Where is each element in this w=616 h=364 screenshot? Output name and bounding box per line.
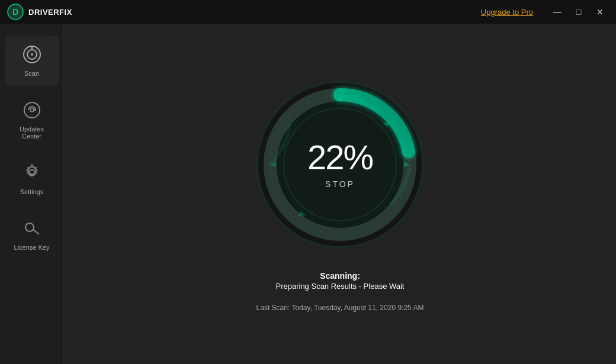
content-area: 22% STOP Scanning: Preparing Scan Result… bbox=[64, 24, 616, 364]
progress-ring-container: 22% STOP bbox=[251, 76, 429, 253]
maximize-button[interactable]: □ bbox=[570, 5, 588, 18]
upgrade-link[interactable]: Upgrade to Pro bbox=[481, 8, 533, 17]
title-bar: D DRIVERFIX Upgrade to Pro — □ ✕ bbox=[0, 0, 616, 24]
progress-percent: 22% bbox=[307, 140, 373, 175]
minimize-button[interactable]: — bbox=[548, 5, 566, 18]
stop-button[interactable]: STOP bbox=[325, 179, 355, 189]
title-bar-controls: Upgrade to Pro — □ ✕ bbox=[481, 5, 609, 18]
updates-icon bbox=[21, 99, 43, 121]
scanning-label: Scanning: bbox=[275, 271, 404, 281]
last-scan: Last Scan: Today, Tuesday, August 11, 20… bbox=[256, 304, 424, 312]
app-logo-icon: D bbox=[7, 4, 24, 20]
scan-status: Scanning: Preparing Scan Results - Pleas… bbox=[275, 271, 404, 291]
sidebar: Scan Updates Center Settings bbox=[0, 24, 64, 364]
main-layout: Scan Updates Center Settings bbox=[0, 24, 616, 364]
close-button[interactable]: ✕ bbox=[591, 5, 609, 18]
scanning-sub: Preparing Scan Results - Please Wait bbox=[275, 282, 404, 291]
sidebar-item-updates[interactable]: Updates Center bbox=[5, 91, 59, 148]
sidebar-updates-label: Updates Center bbox=[10, 125, 54, 140]
scan-icon bbox=[21, 44, 43, 65]
settings-icon bbox=[21, 162, 43, 183]
svg-point-6 bbox=[24, 102, 40, 118]
sidebar-license-label: License Key bbox=[14, 244, 50, 251]
sidebar-item-settings[interactable]: Settings bbox=[5, 154, 59, 204]
svg-point-4 bbox=[31, 53, 33, 56]
progress-inner: 22% STOP bbox=[307, 140, 373, 189]
sidebar-scan-label: Scan bbox=[24, 70, 39, 77]
svg-point-9 bbox=[25, 223, 34, 231]
sidebar-item-scan[interactable]: Scan bbox=[5, 36, 59, 85]
key-icon bbox=[21, 218, 43, 239]
sidebar-settings-label: Settings bbox=[20, 188, 44, 195]
svg-text:D: D bbox=[12, 7, 18, 17]
sidebar-item-license[interactable]: License Key bbox=[5, 210, 59, 259]
app-brand: D DRIVERFIX bbox=[7, 4, 72, 20]
app-title: DRIVERFIX bbox=[28, 8, 72, 17]
